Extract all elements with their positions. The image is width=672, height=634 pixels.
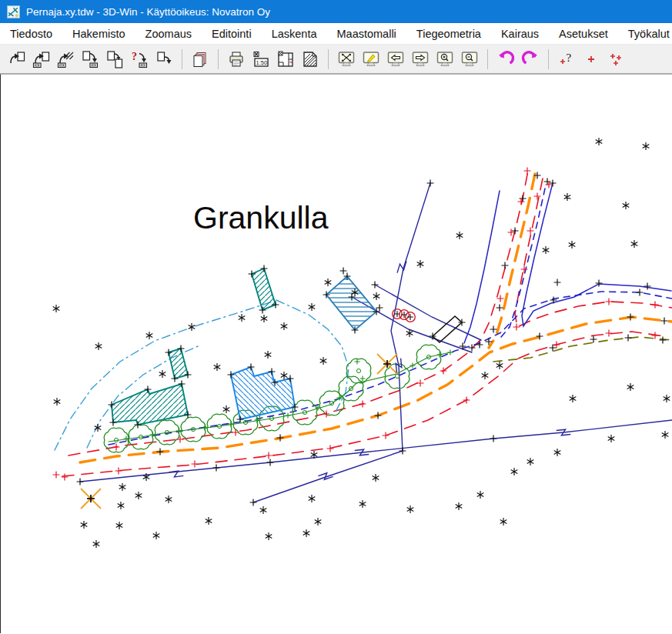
plus-point[interactable] [340, 268, 347, 275]
survey-point[interactable] [309, 303, 316, 311]
plus-point[interactable] [490, 326, 497, 333]
red-plus-point[interactable] [606, 299, 613, 305]
survey-point[interactable] [260, 506, 267, 514]
building[interactable] [252, 269, 276, 310]
survey-point[interactable] [116, 522, 123, 529]
survey-point[interactable] [417, 260, 424, 268]
plus-point[interactable] [277, 435, 284, 442]
red-plus-point[interactable] [383, 432, 389, 439]
survey-point[interactable] [554, 449, 561, 456]
survey-point[interactable] [456, 502, 463, 510]
red-plus-point[interactable] [192, 461, 199, 468]
red-plus-point[interactable] [553, 342, 560, 349]
red-plus-point[interactable] [518, 199, 525, 205]
survey-point[interactable] [631, 240, 638, 248]
plus-point[interactable] [476, 342, 483, 349]
red-plus-point[interactable] [417, 380, 424, 387]
green-plus-point[interactable] [410, 363, 416, 369]
survey-point[interactable] [303, 529, 310, 537]
survey-point[interactable] [482, 372, 489, 379]
plus-point[interactable] [550, 180, 557, 187]
menu-item-tiedosto[interactable]: Tiedosto [0, 28, 62, 40]
plus-point[interactable] [213, 465, 220, 472]
page-setup-button[interactable] [274, 48, 297, 71]
red-plus-point[interactable] [527, 228, 534, 235]
zoom-in-button[interactable] [433, 48, 456, 71]
save-file-button[interactable] [79, 48, 102, 71]
survey-point[interactable] [564, 193, 571, 201]
plus-point[interactable] [544, 179, 551, 185]
green-plus-point[interactable] [202, 425, 208, 431]
plus-point[interactable] [490, 435, 497, 442]
green-plus-point[interactable] [176, 429, 182, 434]
survey-point[interactable] [159, 370, 166, 378]
survey-point[interactable] [146, 332, 153, 339]
red-plus-point[interactable] [113, 444, 120, 451]
survey-point[interactable] [54, 398, 61, 405]
survey-point[interactable] [500, 518, 507, 526]
red-plus-point[interactable] [232, 429, 239, 436]
plus-point[interactable] [512, 228, 519, 235]
road-edge-upper-east[interactable] [515, 179, 672, 327]
plus-point[interactable] [372, 282, 379, 289]
plus-point[interactable] [496, 305, 503, 312]
survey-point[interactable] [569, 241, 576, 249]
survey-point[interactable] [119, 483, 126, 491]
survey-point[interactable] [511, 468, 518, 476]
red-plus-point[interactable] [266, 452, 272, 459]
map-canvas[interactable]: Grankulla [0, 74, 672, 633]
survey-point[interactable] [608, 435, 615, 442]
plus-point[interactable] [427, 180, 434, 187]
red-plus-point[interactable] [534, 193, 541, 200]
survey-point[interactable] [135, 492, 142, 499]
red-plus-point[interactable] [177, 436, 184, 443]
survey-point[interactable] [118, 502, 125, 509]
plus-point[interactable] [590, 336, 597, 343]
red-plus-point[interactable] [463, 397, 470, 404]
survey-point[interactable] [320, 357, 327, 365]
plus-point[interactable] [637, 289, 644, 296]
green-plus-point[interactable] [286, 413, 291, 419]
cable-blue-dashed[interactable] [109, 292, 672, 445]
plus-point[interactable] [376, 305, 383, 312]
plus-point[interactable] [375, 412, 382, 419]
clipboard-copy-button[interactable] [189, 48, 212, 71]
survey-point[interactable] [664, 395, 670, 402]
plus-point[interactable] [550, 297, 557, 304]
plus-point[interactable] [77, 479, 84, 486]
survey-point[interactable] [214, 363, 221, 371]
survey-point[interactable] [189, 323, 196, 331]
survey-point[interactable] [93, 540, 100, 548]
survey-point[interactable] [407, 506, 414, 513]
survey-point[interactable] [239, 314, 246, 322]
menu-item-zoomaus[interactable]: Zoomaus [135, 28, 202, 40]
survey-point[interactable] [95, 342, 102, 350]
survey-point[interactable] [81, 521, 88, 529]
red-plus-point[interactable] [524, 168, 531, 175]
survey-point[interactable] [261, 315, 268, 322]
zoom-all-button[interactable] [335, 48, 358, 71]
survey-point[interactable] [373, 292, 380, 300]
menu-item-asetukset[interactable]: Asetukset [549, 28, 618, 40]
survey-point[interactable] [496, 362, 503, 369]
print-button[interactable] [225, 48, 248, 71]
survey-point[interactable] [266, 532, 272, 540]
survey-point[interactable] [265, 351, 272, 359]
building[interactable] [112, 384, 188, 425]
well-symbol[interactable] [406, 312, 416, 322]
plus-point[interactable] [520, 195, 527, 202]
plus-point[interactable] [627, 314, 634, 321]
menu-item-hakemisto[interactable]: Hakemisto [62, 28, 135, 40]
survey-point[interactable] [527, 458, 534, 465]
read-file-button[interactable] [5, 48, 28, 71]
survey-point[interactable] [373, 474, 379, 482]
red-plus-point[interactable] [606, 330, 613, 337]
survey-point[interactable] [281, 322, 288, 330]
plus-point[interactable] [267, 459, 274, 466]
plus-point[interactable] [554, 279, 561, 286]
building[interactable] [326, 276, 376, 330]
red-plus-point[interactable] [115, 468, 122, 475]
point-add-button[interactable] [580, 48, 603, 71]
tree-symbol[interactable] [385, 364, 410, 389]
read-file-add-button[interactable] [29, 48, 52, 71]
